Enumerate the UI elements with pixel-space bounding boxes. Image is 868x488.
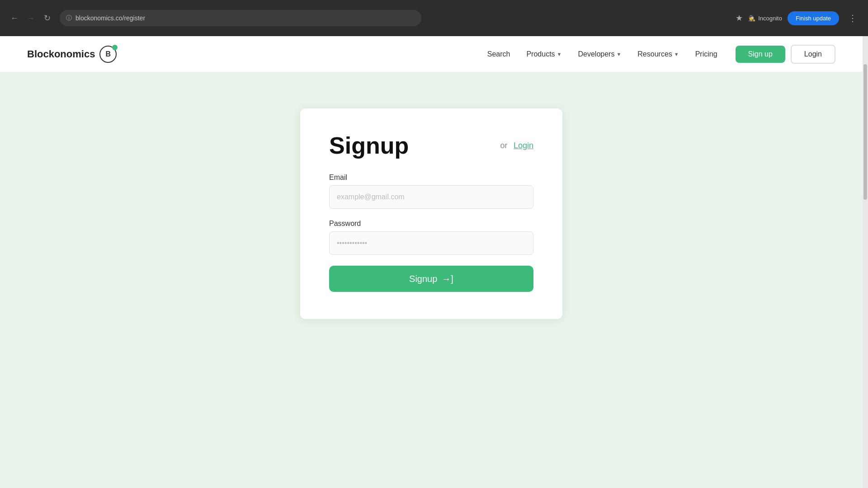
nav-signup-button[interactable]: Sign up — [736, 46, 785, 63]
nav-developers[interactable]: Developers ▼ — [578, 50, 621, 58]
secure-icon: ⓘ — [66, 14, 72, 22]
logo-letter: B — [106, 50, 111, 58]
incognito-label: Incognito — [758, 15, 782, 22]
website: Blockonomics B Search Products ▼ Develop… — [0, 36, 863, 488]
browser-menu-button[interactable]: ⋮ — [844, 11, 861, 25]
incognito-icon: 🕵 — [748, 15, 755, 22]
main-content: Signup or Login Email Password — [0, 72, 863, 488]
or-text: or — [500, 141, 508, 150]
signup-arrow-icon: →] — [442, 274, 453, 284]
resources-dropdown-arrow: ▼ — [674, 52, 679, 57]
nav-login-button[interactable]: Login — [791, 45, 835, 64]
url-text: blockonomics.co/register — [75, 14, 145, 22]
address-bar[interactable]: ⓘ blockonomics.co/register — [60, 10, 421, 26]
logo: Blockonomics B — [27, 46, 117, 63]
finish-update-button[interactable]: Finish update — [788, 11, 839, 25]
back-button[interactable]: ← — [7, 11, 22, 25]
logo-icon: B — [99, 46, 117, 63]
page-container: Blockonomics B Search Products ▼ Develop… — [0, 36, 868, 488]
scrollbar[interactable] — [863, 36, 868, 488]
email-label: Email — [329, 174, 533, 182]
nav-search[interactable]: Search — [487, 50, 510, 58]
scrollbar-thumb[interactable] — [863, 64, 867, 200]
login-link[interactable]: Login — [514, 141, 533, 150]
navbar: Blockonomics B Search Products ▼ Develop… — [0, 36, 863, 72]
email-input[interactable] — [329, 185, 533, 209]
logo-text: Blockonomics — [27, 48, 95, 60]
products-dropdown-arrow: ▼ — [557, 52, 562, 57]
nav-buttons: Sign up Login — [736, 45, 835, 64]
email-group: Email — [329, 174, 533, 209]
password-group: Password — [329, 220, 533, 255]
nav-pricing[interactable]: Pricing — [695, 50, 717, 58]
incognito-badge: 🕵 Incognito — [748, 15, 782, 22]
developers-dropdown-arrow: ▼ — [616, 52, 621, 57]
forward-button[interactable]: → — [24, 11, 38, 25]
signup-card: Signup or Login Email Password — [300, 108, 562, 319]
logo-badge — [112, 45, 118, 50]
signup-title: Signup — [329, 132, 409, 159]
signup-header: Signup or Login — [329, 132, 533, 159]
browser-nav-buttons: ← → ↻ — [7, 11, 54, 25]
password-input[interactable] — [329, 231, 533, 255]
signup-submit-button[interactable]: Signup →] — [329, 266, 533, 292]
nav-links: Search Products ▼ Developers ▼ Resources… — [487, 50, 717, 58]
nav-resources[interactable]: Resources ▼ — [637, 50, 679, 58]
signup-submit-label: Signup — [409, 274, 437, 284]
nav-products[interactable]: Products ▼ — [526, 50, 561, 58]
browser-actions: ★ 🕵 Incognito Finish update ⋮ — [736, 11, 861, 25]
bookmark-icon[interactable]: ★ — [736, 13, 743, 23]
password-label: Password — [329, 220, 533, 228]
signup-or-login: or Login — [500, 141, 533, 150]
browser-chrome: ← → ↻ ⓘ blockonomics.co/register ★ 🕵 Inc… — [0, 0, 868, 36]
refresh-button[interactable]: ↻ — [40, 11, 54, 25]
